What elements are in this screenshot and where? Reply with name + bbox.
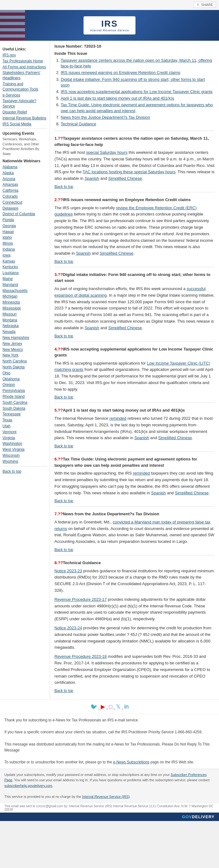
state-connecticut[interactable]: Connecticut	[2, 200, 47, 205]
irs-link[interactable]: Internal Revenue Service (IRS)	[82, 795, 130, 799]
state-oklahoma[interactable]: Oklahoma	[2, 376, 47, 382]
state-new-mexico[interactable]: New Mexico	[2, 347, 47, 352]
share-button[interactable]: ⇧ SHARE	[194, 2, 216, 8]
state-indiana[interactable]: Indiana	[2, 247, 47, 252]
enews-subscriptions-link[interactable]: e-News Subscriptions	[113, 760, 150, 764]
s8-link-revproc2023-18[interactable]: Revenue Procedure 2023-18	[54, 654, 107, 659]
toc-link-8[interactable]: Technical Guidance	[61, 122, 96, 126]
s6-link-spanish[interactable]: Spanish	[151, 491, 166, 495]
s3-back-to-top[interactable]: Back to top	[54, 334, 215, 338]
s2-link-erc[interactable]: review the Employee Retention Credit (ER…	[54, 206, 197, 217]
s5-link-reminded[interactable]: reminded	[110, 416, 126, 421]
toc-link-2[interactable]: IRS issues renewed warning on Employee R…	[61, 70, 180, 75]
s3-link-spanish[interactable]: Spanish	[84, 326, 99, 330]
state-michigan[interactable]: Michigan	[2, 294, 47, 299]
state-idaho[interactable]: Idaho	[2, 235, 47, 240]
s1-link-tac[interactable]: TAC locations hosting these special Satu…	[83, 169, 176, 174]
state-pennsylvania[interactable]: Pennsylvania	[2, 388, 47, 394]
state-arkansas[interactable]: Arkansas	[2, 182, 47, 187]
state-oregon[interactable]: Oregon	[2, 382, 47, 388]
s5-back-to-top[interactable]: Back to top	[54, 444, 215, 448]
state-south-carolina[interactable]: South Carolina	[2, 400, 47, 405]
s1-back-to-top[interactable]: Back to top	[54, 185, 215, 189]
state-massachusetts[interactable]: Massachusetts	[2, 288, 47, 293]
facebook-icon-link[interactable]: 🐦	[89, 705, 100, 710]
state-north-carolina[interactable]: North Carolina	[2, 359, 47, 364]
sidebar-link-tax-professionals[interactable]: Tax Professionals Home	[2, 59, 47, 64]
sidebar-link-stakeholders[interactable]: Stakeholders Partners' Headliners	[2, 70, 47, 81]
sidebar-link-forms[interactable]: All Forms and Instructions	[2, 65, 47, 70]
s3-link-chinese[interactable]: Simplified Chinese	[108, 326, 142, 330]
state-maryland[interactable]: Maryland	[2, 282, 47, 287]
state-iowa[interactable]: Iowa	[2, 253, 47, 258]
toc-link-7[interactable]: News from the Justice Department?s Tax D…	[61, 115, 150, 120]
s1-link-chinese[interactable]: Simplified Chinese	[108, 176, 142, 181]
subscriberhelp-link[interactable]: subscriberhelp.govdelivery.com	[4, 784, 52, 787]
state-virginia[interactable]: Virginia	[2, 435, 47, 441]
youtube-icon-link[interactable]: ▶	[100, 705, 108, 710]
s2-link-chinese[interactable]: Simplified Chinese	[100, 251, 134, 256]
toc-link-1[interactable]: Taxpayer assistance centers across the n…	[61, 58, 212, 68]
s6-link-chinese[interactable]: Simplified Chinese	[175, 491, 209, 495]
state-nevada[interactable]: Nevada	[2, 329, 47, 335]
s5-link-chinese[interactable]: Simplified Chinese	[158, 435, 192, 440]
s8-link-revproc2023-17[interactable]: Revenue Procedure 2023-17	[54, 597, 107, 602]
sidebar-link-training[interactable]: Training and Communication Tools	[2, 82, 47, 92]
state-kentucky[interactable]: Kentucky	[2, 265, 47, 270]
s8-link-notice2023-23[interactable]: Notice 2023-23	[54, 568, 82, 573]
state-south-dakota[interactable]: South Dakota	[2, 406, 47, 411]
toc-link-6[interactable]: Tax Time Guide: Using electronic payment…	[61, 102, 213, 113]
state-hawaii[interactable]: Hawaii	[2, 229, 47, 235]
toc-link-5[interactable]: April 1 is last day to start taking mone…	[61, 96, 174, 100]
s7-back-to-top[interactable]: Back to top	[54, 548, 215, 552]
sidebar-link-irb[interactable]: Internal Revenue Bulletins	[2, 116, 47, 121]
subscriber-prefs-link[interactable]: Subscriber Preferences Page	[4, 773, 207, 782]
state-california[interactable]: California	[2, 188, 47, 193]
sidebar-link-disaster[interactable]: Disaster Relief	[2, 110, 47, 115]
instagram-icon-link[interactable]: □	[108, 705, 115, 710]
state-louisiana[interactable]: Louisiana	[2, 270, 47, 276]
sidebar-back-to-top[interactable]: Back to top	[2, 469, 47, 474]
s4-link-litc[interactable]: Low Income Taxpayer Clinic (LITC) matchi…	[54, 361, 210, 372]
state-tennessee[interactable]: Tennessee	[2, 412, 47, 417]
state-alaska[interactable]: Alaska	[2, 170, 47, 176]
state-rhode-island[interactable]: Rhode Island	[2, 394, 47, 399]
sidebar-link-irsgov[interactable]: IRS.gov	[2, 53, 47, 58]
s6-link-reminded[interactable]: reminded	[133, 471, 150, 475]
state-new-york[interactable]: New York	[2, 353, 47, 358]
state-washington[interactable]: Washington	[2, 441, 47, 446]
sidebar-link-eservices[interactable]: e-Services	[2, 93, 47, 98]
sidebar-link-taxpayer-advocate[interactable]: Taxpayer Advocate?Service	[2, 98, 47, 109]
s1-link-special-hours[interactable]: special Saturday hours	[86, 150, 127, 155]
s2-link-spanish[interactable]: Spanish	[76, 251, 91, 256]
state-montana[interactable]: Montana	[2, 318, 47, 323]
state-florida[interactable]: Florida	[2, 217, 47, 223]
state-illinois[interactable]: Illinois	[2, 241, 47, 246]
s3-link-digital[interactable]: successful expansion of digital scanning	[54, 286, 206, 298]
s8-back-to-top[interactable]: Back to top	[54, 688, 215, 693]
state-ohio[interactable]: Ohio	[2, 371, 47, 376]
toc-link-4[interactable]: IRS now accepting supplemental applicati…	[61, 89, 212, 94]
state-kansas[interactable]: Kansas	[2, 259, 47, 264]
state-west-virginia[interactable]: West Virginia	[2, 447, 47, 452]
state-wyoming[interactable]: Wyoming	[2, 459, 47, 464]
state-nebraska[interactable]: Nebraska	[2, 323, 47, 329]
twitter-icon-link[interactable]: 𝕏	[115, 705, 123, 710]
state-georgia[interactable]: Georgia	[2, 223, 47, 229]
state-alabama[interactable]: Alabama	[2, 164, 47, 170]
state-arizona[interactable]: Arizona	[2, 176, 47, 182]
sidebar-link-social[interactable]: IRS Social Media	[2, 122, 47, 127]
state-new-jersey[interactable]: New Jersey	[2, 341, 47, 346]
s6-back-to-top[interactable]: Back to top	[54, 499, 215, 503]
state-colorado[interactable]: Colorado	[2, 194, 47, 199]
state-north-dakota[interactable]: North Dakota	[2, 365, 47, 370]
linkedin-icon-link[interactable]: in	[123, 705, 130, 710]
state-missouri[interactable]: Missouri	[2, 312, 47, 317]
s8-link-notice2023-24[interactable]: Notice 2023-24	[54, 625, 82, 630]
state-vermont[interactable]: Vermont	[2, 430, 47, 435]
s7-link-convicted[interactable]: convicted a Maryland man today of prepar…	[54, 520, 211, 531]
state-maine[interactable]: Maine	[2, 276, 47, 282]
state-minnesota[interactable]: Minnesota	[2, 300, 47, 305]
state-new-hampshire[interactable]: New Hampshire	[2, 335, 47, 341]
s1-link-spanish[interactable]: Spanish	[84, 176, 99, 181]
